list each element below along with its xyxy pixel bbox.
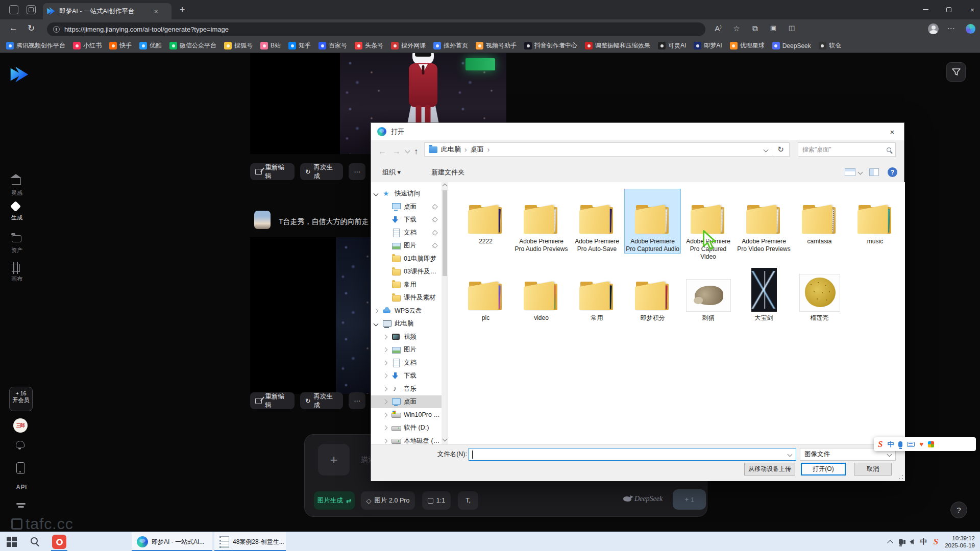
extensions-icon[interactable]: ▣ [768,24,779,32]
tree-item-此电脑[interactable]: 此电脑 [371,317,441,330]
file-item-榴莲壳[interactable]: 榴莲壳 [792,266,847,322]
more-button-2[interactable]: ⋯ [349,392,365,409]
dialog-close-icon[interactable]: × [880,123,904,140]
regenerate-button-2[interactable]: ↻再次生成 [300,392,343,409]
bookmark-item[interactable]: 可灵AI [658,41,686,50]
tree-item-文档[interactable]: 文档 [371,357,441,369]
nav-forward-icon[interactable]: → [393,147,401,156]
breadcrumb-root[interactable]: 此电脑 [441,145,461,154]
tab-actions-icon[interactable] [9,5,18,14]
favorites-icon[interactable]: ☆ [731,24,742,33]
camtasia-taskbar-icon[interactable] [52,535,66,549]
tree-item-软件 (D:)[interactable]: 软件 (D:) [371,421,441,434]
expander-chevron[interactable] [383,347,388,353]
cancel-button[interactable]: 取消 [854,463,892,475]
workspaces-icon[interactable] [27,5,36,14]
expander-chevron[interactable] [383,360,388,365]
more-button[interactable]: ⋯ [349,163,365,180]
generate-button[interactable]: 1 [673,489,706,510]
bookmark-item[interactable]: 百家号 [318,41,347,50]
expander-chevron[interactable] [374,308,379,313]
add-reference-button[interactable]: + [318,444,350,475]
collections-icon[interactable]: ⧉ [749,24,761,33]
tray-ime-indicator[interactable]: 中 [920,537,927,546]
filename-input[interactable] [469,448,796,461]
refresh-button[interactable]: ↻ [28,23,35,34]
window-minimize-button[interactable] [914,0,937,19]
file-item-即梦积分[interactable]: 即梦积分 [625,266,680,322]
start-button[interactable] [7,537,17,547]
sidebar-item-资产[interactable]: 资产 [4,234,30,254]
file-item-2222[interactable]: AuSESX2222 [458,189,513,245]
file-item-Adobe Premiere Pro Video Previews[interactable]: Adobe Premiere Pro Video Previews [736,189,792,253]
tree-item-快速访问[interactable]: 快速访问 [371,187,441,200]
scroll-down-icon[interactable] [443,437,448,442]
organize-menu[interactable]: 组织 ▾ [382,168,401,177]
expander-chevron[interactable] [383,386,388,391]
ime-keyboard-icon[interactable] [907,442,915,447]
collapse-menu-icon[interactable] [16,503,26,505]
filter-button[interactable] [946,62,966,82]
help-icon[interactable]: ? [888,167,897,177]
bookmark-item[interactable]: 搜外网课 [391,41,426,50]
breadcrumb-current[interactable]: 桌面 [471,145,484,154]
tray-expand-icon[interactable] [887,540,893,545]
new-folder-button[interactable]: 新建文件夹 [431,168,464,177]
notifications-bell-icon[interactable] [16,441,24,447]
bookmark-item[interactable]: 搜狐号 [224,41,253,50]
split-screen-icon[interactable]: ◫ [786,24,797,32]
tree-item-Win10Pro X64[interactable]: Win10Pro X64 [371,409,441,421]
prompt-reference-thumbnail[interactable] [254,211,271,229]
bookmark-item[interactable]: B站 [260,41,281,50]
bookmark-item[interactable]: 知乎 [288,41,311,50]
refresh-folder-icon[interactable]: ↻ [772,142,790,157]
tree-item-常用[interactable]: 常用 [371,279,441,291]
text-tool-pill[interactable]: T, [458,491,478,510]
file-item-camtasia[interactable]: camtasia [792,189,847,245]
nav-history-chevron[interactable] [405,148,410,154]
taskbar-app-2[interactable]: 48案例28-创意生... [214,532,286,551]
open-button[interactable]: 打开(O) [801,463,846,475]
sogou-logo-icon[interactable]: S [878,439,883,449]
expander-chevron[interactable] [383,399,388,405]
view-mode-chevron[interactable] [858,170,863,175]
bookmark-item[interactable]: 软仓 [819,41,841,50]
file-item-video[interactable]: video [513,266,569,322]
mobile-app-icon[interactable] [16,462,25,474]
file-item-Adobe Premiere Pro Auto-Save[interactable]: PrPROJAdobe Premiere Pro Auto-Save [569,189,625,253]
bookmark-item[interactable]: 快手 [109,41,132,50]
file-item-大宝剑[interactable]: 大宝剑 [736,266,792,322]
re-edit-button[interactable]: 重新编辑 [250,163,295,180]
scrollbar-thumb[interactable] [443,190,447,276]
address-dropdown-chevron[interactable] [764,147,769,152]
file-item-常用[interactable]: Ps常用 [569,266,625,322]
tray-sogou-icon[interactable]: S [934,537,938,547]
view-mode-icon[interactable] [845,168,855,176]
tree-item-视频[interactable]: 视频 [371,331,441,343]
tree-item-桌面[interactable]: 桌面 [371,395,448,408]
ime-mic-icon[interactable] [898,441,902,447]
tree-item-03课件及素材[interactable]: 03课件及素材 [371,265,441,278]
window-close-button[interactable]: × [961,0,980,19]
bookmark-item[interactable]: 优理星球 [730,41,765,50]
expander-chevron[interactable] [383,373,388,379]
nav-back-icon[interactable]: ← [378,147,386,156]
back-button[interactable]: ← [9,23,18,33]
file-item-Adobe Premiere Pro Audio Previews[interactable]: Adobe Premiere Pro Audio Previews [513,189,569,253]
copilot-icon[interactable] [966,24,975,34]
model-pill[interactable]: ◇图片 2.0 Pro [361,491,415,510]
settings-dots-icon[interactable]: ⋯ [945,24,957,33]
regenerate-button[interactable]: ↻再次生成 [300,163,343,180]
tree-item-图片[interactable]: 图片 [371,239,441,252]
re-edit-button-2[interactable]: 重新编辑 [250,392,295,409]
expander-chevron[interactable] [383,334,388,339]
bookmark-item[interactable]: 微信公众平台 [169,41,216,50]
expander-chevron[interactable] [383,425,388,431]
membership-badge[interactable]: 16 开会员 [9,387,33,411]
bookmark-item[interactable]: 即梦AI [694,41,722,50]
read-aloud-icon[interactable]: A⁾ [713,24,724,33]
tree-item-01电脑即梦[interactable]: 01电脑即梦 [371,253,441,265]
mobile-upload-button[interactable]: 从移动设备上传 [744,463,795,475]
tab-close-icon[interactable]: × [154,8,158,15]
tree-item-下载[interactable]: 下载 [371,369,441,382]
